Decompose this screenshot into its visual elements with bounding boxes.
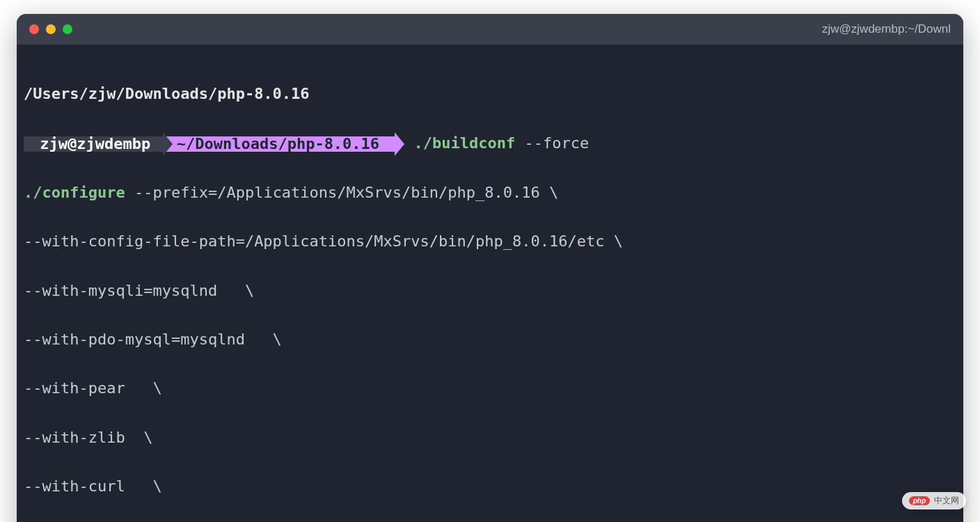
chevron-right-icon [395, 132, 404, 156]
titlebar[interactable]: zjw@zjwdembp:~/Downl [17, 14, 963, 45]
prompt-line-1: zjw@zjwdembp ~/Downloads/php-8.0.16 ./bu… [24, 131, 956, 156]
prompt-path: ~/Downloads/php-8.0.16 [163, 136, 395, 152]
configure-line-3: --with-mysqli=mysqlnd \ [24, 278, 956, 303]
prompt: zjw@zjwdembp ~/Downloads/php-8.0.16 [24, 132, 404, 156]
close-icon[interactable] [29, 24, 39, 34]
configure-line-4: --with-pdo-mysql=mysqlnd \ [24, 327, 956, 351]
prompt-user: zjw@zjwdembp [24, 136, 164, 152]
watermark-text: 中文网 [934, 495, 959, 507]
minimize-icon[interactable] [46, 24, 56, 34]
output-pwd: /Users/zjw/Downloads/php-8.0.16 [24, 81, 956, 106]
traffic-lights [29, 24, 72, 34]
configure-line-6: --with-zlib \ [24, 425, 956, 450]
chevron-right-icon [163, 132, 173, 156]
window-title: zjw@zjwdembp:~/Downl [822, 22, 951, 36]
watermark-logo: php [909, 496, 930, 505]
configure-line-7: --with-curl \ [24, 474, 956, 498]
configure-line-2: --with-config-file-path=/Applications/Mx… [24, 229, 956, 253]
arg-force: --force [525, 134, 590, 152]
terminal-window: zjw@zjwdembp:~/Downl /Users/zjw/Download… [17, 14, 963, 522]
maximize-icon[interactable] [63, 24, 72, 34]
watermark: php 中文网 [902, 492, 966, 509]
command-configure: ./configure [24, 184, 125, 201]
terminal-body[interactable]: /Users/zjw/Downloads/php-8.0.16 zjw@zjwd… [17, 45, 963, 522]
configure-line-5: --with-pear \ [24, 376, 956, 400]
configure-line-1: ./configure --prefix=/Applications/MxSrv… [24, 180, 956, 205]
command-buildconf: ./buildconf [414, 134, 516, 152]
